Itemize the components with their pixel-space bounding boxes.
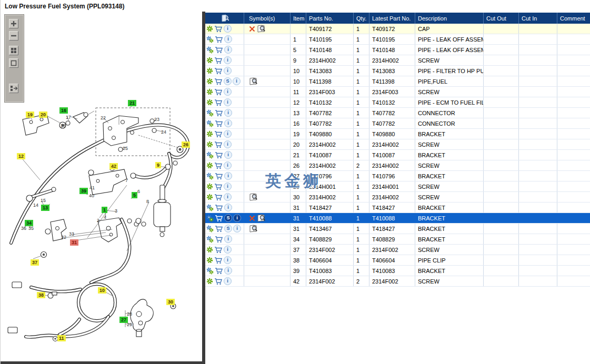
diagram-label-38[interactable]: 38 (37, 292, 45, 298)
table-row[interactable]: S i 1 T410195 1 T410195 PIPE - LEAK OFF … (205, 34, 590, 45)
add-to-cart-icon[interactable] (214, 162, 223, 169)
add-to-cart-icon[interactable] (214, 25, 223, 33)
zoom-out-button[interactable] (9, 31, 18, 41)
table-row[interactable]: S i 39 T410083 1 T410083 BRACKET (205, 266, 590, 276)
toggle-panel-button[interactable] (9, 84, 18, 93)
diagram-label-30[interactable]: 30 (166, 299, 175, 305)
diagram-label-42[interactable]: 42 (109, 163, 118, 169)
add-to-cart-icon[interactable] (215, 46, 223, 54)
add-to-cart-icon[interactable] (214, 183, 223, 190)
add-to-cart-icon[interactable] (215, 36, 223, 43)
info-icon[interactable]: i (224, 204, 232, 211)
info-icon[interactable]: i (224, 109, 232, 117)
diagram-label-10[interactable]: 10 (98, 287, 106, 294)
table-row[interactable]: S i 10 T413083 1 T413083 PIPE - FILTER T… (205, 66, 590, 76)
add-to-cart-icon[interactable] (214, 278, 223, 285)
add-to-cart-icon[interactable] (215, 173, 223, 180)
not-illustrated-icon[interactable] (249, 26, 255, 32)
col-header-description[interactable]: Description (415, 13, 484, 24)
info-icon[interactable]: i (224, 130, 232, 138)
gear-assembly-icon[interactable] (206, 151, 214, 159)
diagram-label-19[interactable]: 19 (26, 112, 34, 118)
table-row[interactable]: S i 13 T407782 1 T407782 CONNECTOR (205, 108, 590, 118)
diagram-label-39[interactable]: 39 (79, 188, 88, 194)
add-to-cart-icon[interactable] (215, 109, 223, 117)
gear-icon[interactable] (206, 130, 213, 137)
table-row[interactable]: S i 34 T408829 1 T408829 BRACKET (205, 234, 590, 245)
diagram-label-5[interactable]: 5 (132, 192, 137, 198)
picture-view-icon[interactable] (249, 77, 258, 85)
gear-icon[interactable] (206, 194, 213, 200)
add-to-cart-icon[interactable] (214, 88, 223, 96)
col-header-cut-in[interactable]: Cut In (519, 13, 557, 24)
picture-view-icon[interactable] (257, 214, 266, 222)
add-to-cart-icon[interactable] (214, 130, 223, 138)
picture-view-icon[interactable] (249, 193, 258, 201)
add-to-cart-icon[interactable] (214, 246, 223, 254)
table-row[interactable]: S i 26 2314H002 2 2314H002 SCREW (205, 160, 590, 171)
table-row[interactable]: S i 16 T407782 1 T407782 CONNECTOR (205, 118, 590, 129)
col-header-comment[interactable]: Comment (557, 13, 590, 24)
info-icon[interactable]: i (224, 235, 232, 243)
info-icon[interactable]: i (224, 267, 232, 275)
gear-icon[interactable] (206, 25, 213, 32)
info-icon[interactable]: i (233, 77, 241, 85)
gear-icon[interactable] (206, 278, 213, 285)
add-to-cart-icon[interactable] (215, 204, 223, 211)
add-to-cart-icon[interactable] (215, 225, 223, 232)
gear-icon[interactable] (206, 257, 213, 264)
info-icon[interactable]: i (224, 172, 232, 180)
info-icon[interactable]: i (233, 225, 241, 232)
info-icon[interactable]: i (224, 88, 232, 96)
table-row[interactable]: S i 10 T411398 1 T411398 PIPE,FUEL (205, 76, 590, 87)
info-icon[interactable]: i (224, 46, 232, 54)
tile-view-button[interactable] (9, 46, 18, 55)
info-icon[interactable]: i (224, 151, 232, 159)
picture-view-icon[interactable] (249, 225, 258, 232)
substitution-icon[interactable]: S (224, 77, 232, 85)
col-header-qty[interactable]: Qty. (354, 13, 369, 24)
col-header-latest-part-no[interactable]: Latest Part No. (369, 13, 415, 24)
substitution-icon[interactable]: S (224, 214, 232, 222)
gear-icon[interactable] (206, 141, 213, 148)
info-icon[interactable]: i (224, 119, 232, 127)
info-icon[interactable]: i (224, 256, 232, 264)
diagram-label-26[interactable]: 26 (182, 141, 190, 148)
table-row[interactable]: S i 31 T413467 1 T418427 BRACKET (205, 224, 590, 234)
add-to-cart-icon[interactable] (214, 57, 223, 64)
info-icon[interactable]: i (224, 35, 232, 43)
info-icon[interactable]: i (224, 246, 232, 254)
table-row[interactable]: S i 29 2314H001 1 2314H001 SCREW (205, 181, 590, 192)
table-row[interactable]: S i 11 2314F003 1 2314F003 SCREW (205, 87, 590, 97)
substitution-icon[interactable]: S (224, 225, 232, 232)
gear-icon[interactable] (206, 67, 213, 74)
diagram-label-9[interactable]: 9 (155, 162, 161, 168)
table-row[interactable]: S i T409172 1 T409172 CAP (205, 24, 590, 34)
gear-assembly-icon[interactable] (206, 215, 214, 222)
table-row[interactable]: S i 38 T406604 1 T406604 PIPE CLIP (205, 255, 590, 266)
table-row[interactable]: S i 31 T418427 1 T418427 BRACKET (205, 203, 590, 213)
col-header-parts-no[interactable]: Parts No. (306, 13, 354, 24)
add-to-cart-icon[interactable] (215, 120, 223, 127)
gear-assembly-icon[interactable] (206, 267, 214, 275)
info-icon[interactable]: i (224, 161, 232, 169)
zoom-in-button[interactable] (9, 19, 18, 28)
col-header-item[interactable]: Item (291, 13, 306, 24)
diagram-label-16[interactable]: 16 (59, 107, 68, 114)
not-illustrated-icon[interactable] (249, 215, 255, 221)
diagram-label-37[interactable]: 37 (31, 259, 39, 266)
info-icon[interactable]: i (224, 183, 232, 190)
gear-assembly-icon[interactable] (206, 46, 214, 54)
gear-assembly-icon[interactable] (206, 204, 214, 211)
table-row[interactable]: S i 20 2314H002 1 2314H002 SCREW (205, 139, 590, 150)
add-to-cart-icon[interactable] (214, 67, 223, 75)
info-icon[interactable]: i (224, 140, 232, 148)
diagram-label-31[interactable]: 31 (70, 239, 78, 246)
gear-icon[interactable] (206, 78, 213, 85)
add-to-cart-icon[interactable] (215, 215, 223, 222)
add-to-cart-icon[interactable] (215, 267, 223, 275)
gear-icon[interactable] (206, 57, 213, 64)
gear-assembly-icon[interactable] (206, 225, 214, 232)
table-row[interactable]: S i 12 T410132 1 T410132 PIPE - ECM TO F… (205, 97, 590, 108)
table-row[interactable]: S i 37 2314F002 1 2314F002 SCREW (205, 245, 590, 255)
